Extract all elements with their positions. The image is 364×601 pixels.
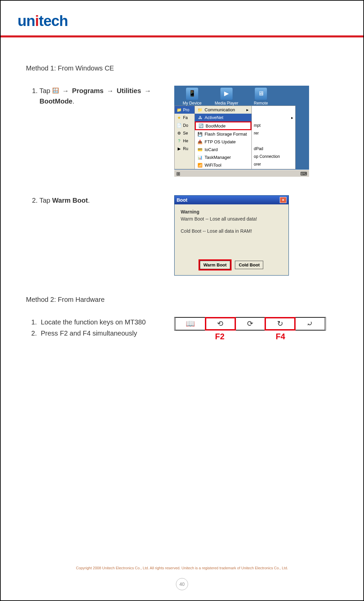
method1-heading: Method 1: From Windows CE <box>26 64 338 72</box>
boot-buttons: Warm Boot Cold Boot <box>175 261 289 269</box>
mediaplayer-icon: ▶ <box>220 88 233 100</box>
arrow-icon: → <box>62 87 69 94</box>
fkey-label-5 <box>296 332 326 341</box>
method2-heading: Method 2: From Hardware <box>26 296 338 304</box>
right-item: op Connection <box>252 152 295 160</box>
boot-dialog: Boot × Warning Warm Boot -- Lose all uns… <box>174 195 289 276</box>
fkey-f4[interactable]: ↻ <box>265 318 295 330</box>
right-item: orer <box>252 160 295 168</box>
boot-body: Warning Warm Boot -- Lose all unsaved da… <box>175 204 289 275</box>
method2-step2: Press F2 and F4 simultaneously <box>39 328 161 339</box>
wince-screenshot: 📱 My Device ▶ Media Player 🖥 Remote Desk… <box>174 86 309 177</box>
right-item: mpt <box>252 121 295 129</box>
mediaplayer-label: Media Player <box>215 101 238 106</box>
menu-wifitool[interactable]: 📶WiFiTool <box>195 161 251 169</box>
run-icon: ▶ <box>177 146 182 151</box>
method1-step1-row: 1. Tap 🪟 → Programs → Utilities → BootMo… <box>26 86 338 177</box>
wifi-icon: 📶 <box>198 163 203 168</box>
fkey-f3[interactable]: ⟳ <box>235 318 265 330</box>
function-key-strip: 📖 ⟲ ⟳ ↻ ⤾ <box>174 317 326 331</box>
step1-pre: Tap <box>39 87 52 94</box>
fkey-label-4: F4 <box>265 332 296 341</box>
footer-copyright: Copyright 2008 Unitech Electronics Co., … <box>1 566 363 570</box>
step1-num: 1. <box>32 87 38 94</box>
right-item: dPad <box>252 145 295 152</box>
flash-icon: 💾 <box>198 132 203 137</box>
mydevice-icon: 📱 <box>186 88 198 100</box>
programs-submenu: 📁Communication▸ 🖧ActiveNet 🔄BootMode 💾Fl… <box>194 106 252 169</box>
taskbar-keyboard-icon[interactable]: ⌨ <box>300 171 307 176</box>
brand-logo: unitech <box>18 12 346 29</box>
step1-bootmode: BootMode <box>39 97 72 105</box>
fkey-f5[interactable]: ⤾ <box>295 318 325 330</box>
arrow-icon: → <box>144 87 151 94</box>
taskmanager-icon: 📊 <box>198 155 203 160</box>
start-button-icon[interactable]: ⊞ <box>176 171 180 176</box>
start-documents[interactable]: 📄Do <box>175 121 194 129</box>
taskbar: ⊞ ⌨ <box>174 170 309 177</box>
refresh-icon: ↻ <box>277 319 283 328</box>
close-icon: × <box>282 198 284 202</box>
right-item: rer <box>252 129 295 137</box>
warm-boot-button[interactable]: Warm Boot <box>200 261 231 269</box>
step2-suffix: . <box>88 197 90 204</box>
cold-boot-button[interactable]: Cold Boot <box>235 261 263 269</box>
menu-bootmode[interactable]: 🔄BootMode <box>195 121 251 130</box>
page-content: Method 1: From Windows CE 1. Tap 🪟 → Pro… <box>1 37 363 341</box>
book-icon: 📖 <box>186 319 195 328</box>
logo-dot: i <box>35 12 39 29</box>
ftp-icon: 📥 <box>198 139 203 144</box>
menu-taskmanager[interactable]: 📊TaskManager <box>195 153 251 161</box>
fkey-labels: F2 F4 <box>174 332 326 341</box>
method1-step1-text: 1. Tap 🪟 → Programs → Utilities → BootMo… <box>26 86 161 107</box>
method2-row: Locate the function keys on MT380 Press … <box>26 317 338 341</box>
help-icon: ? <box>177 138 182 143</box>
arrow-icon: → <box>107 87 114 94</box>
step2-pre: Tap <box>39 197 52 204</box>
start-help[interactable]: ?He <box>175 137 194 145</box>
method1-step2-text: 2. Tap Warm Boot. <box>26 195 161 206</box>
menu-communication[interactable]: 📁Communication▸ <box>195 106 251 114</box>
method2-step1: Locate the function keys on MT380 <box>39 317 161 327</box>
enter-icon: ⤾ <box>307 319 313 328</box>
start-run[interactable]: ▶Ru <box>175 145 194 152</box>
folder-icon: 📁 <box>198 107 203 112</box>
menu-flashformat[interactable]: 💾Flash Storage Format <box>195 130 251 138</box>
start-settings[interactable]: ⚙Se <box>175 129 194 137</box>
boot-title-text: Boot <box>177 197 187 203</box>
star-icon: ★ <box>177 115 182 120</box>
menu-activenet[interactable]: 🖧ActiveNet <box>195 114 251 121</box>
warning-line1: Warm Boot -- Lose all unsaved data! <box>181 216 282 222</box>
iocard-icon: 💳 <box>198 147 203 152</box>
start-favorites[interactable]: ★Fa <box>175 114 194 121</box>
mydevice-label: My Device <box>183 101 202 106</box>
close-button[interactable]: × <box>280 197 286 203</box>
fkey-f2[interactable]: ⟲ <box>206 318 236 330</box>
method2-step-list: Locate the function keys on MT380 Press … <box>32 317 161 339</box>
fkey-label-3 <box>235 332 265 341</box>
activenet-icon: 🖧 <box>198 115 203 120</box>
boot-titlebar: Boot × <box>175 196 289 204</box>
start-menu: 📁Pro ★Fa 📄Do ⚙Se ?He ▶Ru 📁Communication▸… <box>174 106 309 169</box>
remotedesktop-icon: 🖥 <box>255 88 267 100</box>
method2-steps-text: Locate the function keys on MT380 Press … <box>26 317 161 339</box>
menu-ftposupdate[interactable]: 📥FTP OS Update <box>195 138 251 146</box>
right-overflow-column: ▸ mpt rer dPad op Connection orer <box>252 106 296 169</box>
bootmode-icon: 🔄 <box>199 123 204 128</box>
method2-block: Method 2: From Hardware Locate the funct… <box>26 296 338 341</box>
start-programs[interactable]: 📁Pro <box>175 106 194 114</box>
menu-iocard[interactable]: 💳IoCard <box>195 146 251 153</box>
method1-step2-row: 2. Tap Warm Boot. Boot × Warning Warm Bo… <box>26 195 338 276</box>
fkey-label-2: F2 <box>205 332 235 341</box>
step1-suffix: . <box>72 97 74 105</box>
gear-icon: ⚙ <box>177 131 182 136</box>
fkey-label-1 <box>174 332 205 341</box>
right-item <box>252 106 295 114</box>
warning-line2: Cold Boot -- Lose all data in RAM! <box>181 228 282 234</box>
start-left-column: 📁Pro ★Fa 📄Do ⚙Se ?He ▶Ru <box>174 106 194 169</box>
fkey-f1[interactable]: 📖 <box>176 318 206 330</box>
warning-heading: Warning <box>181 209 282 214</box>
folder-icon: 📁 <box>177 107 182 112</box>
step1-utilities: Utilities <box>117 87 141 94</box>
right-item: ▸ <box>252 114 295 121</box>
